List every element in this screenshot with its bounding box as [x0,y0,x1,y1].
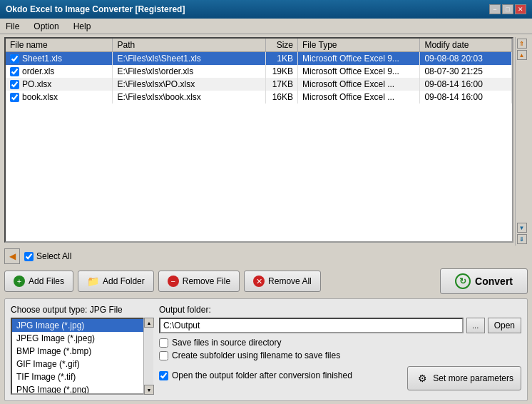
row-checkbox[interactable] [10,54,19,64]
toolbar: + Add Files 📁 Add Folder − Remove File ✕… [4,268,528,294]
col-header-modified: Modify date [420,39,512,52]
modified-cell: 09-08-14 16:00 [420,91,512,103]
filename-cell: book.xlsx [22,92,58,102]
convert-button[interactable]: ↻ Convert [440,268,528,294]
menu-bar: File Option Help [0,19,532,34]
file-table: File name Path Size File Type Modify dat… [6,39,512,103]
filename-cell: Sheet1.xls [22,54,62,64]
scroll-bottom-icon[interactable]: ⇓ [517,234,527,244]
row-checkbox[interactable] [10,67,19,76]
bottom-panel: Choose output type: JPG File JPG Image (… [4,298,528,401]
size-cell: 1KB [265,52,297,66]
col-header-filetype: File Type [298,39,420,52]
size-cell: 17KB [265,78,297,91]
list-scroll-up-icon[interactable]: ▲ [144,318,154,328]
minimize-button[interactable]: − [489,4,501,14]
path-cell: E:\Files\xls\order.xls [113,65,265,78]
path-cell: E:\Files\xls\Sheet1.xls [113,52,265,66]
filetype-cell: Microsoft Office Excel ... [298,78,420,91]
scroll-top-icon[interactable]: ⇑ [517,39,527,49]
scroll-up-icon[interactable]: ▲ [517,50,527,60]
filetype-cell: Microsoft Office Excel 9... [298,52,420,66]
filetype-cell: Microsoft Office Excel 9... [298,65,420,78]
gear-icon: ⚙ [415,371,429,385]
back-arrow-icon[interactable]: ◀ [4,248,20,264]
save-source-checkbox[interactable] [159,338,168,348]
filetype-cell: Microsoft Office Excel ... [298,91,420,103]
table-row[interactable]: book.xlsx E:\Files\xlsx\book.xlsx 16KB M… [6,91,512,103]
title-bar: Okdo Excel to Image Converter [Registere… [0,0,532,19]
folder-icon: 📁 [87,276,99,287]
window-title: Okdo Excel to Image Converter [Registere… [6,4,185,14]
select-all-checkbox[interactable] [24,252,34,261]
scroll-down-icon[interactable]: ▼ [517,223,527,233]
output-type-item[interactable]: JPG Image (*.jpg) [12,319,152,332]
remove-all-button[interactable]: ✕ Remove All [244,271,321,292]
add-folder-button[interactable]: 📁 Add Folder [78,271,154,292]
row-checkbox[interactable] [10,80,19,89]
col-header-size: Size [265,39,297,52]
remove-file-button[interactable]: − Remove File [158,271,240,292]
convert-icon: ↻ [455,273,471,289]
open-after-checkbox[interactable] [159,371,168,380]
menu-help[interactable]: Help [71,21,94,32]
path-cell: E:\Files\xlsx\PO.xlsx [113,78,265,91]
maximize-button[interactable]: □ [502,4,513,14]
create-subfolder-checkbox[interactable] [159,351,168,360]
add-files-button[interactable]: + Add Files [4,271,73,292]
modified-cell: 08-07-30 21:25 [420,65,512,78]
output-type-label: Choose output type: JPG File [11,305,153,315]
filename-cell: order.xls [22,66,54,76]
create-subfolder-label: Create subfolder using filename to save … [172,350,340,360]
output-type-item[interactable]: JPEG Image (*.jpeg) [12,332,152,345]
output-type-item[interactable]: TIF Image (*.tif) [12,370,152,383]
size-cell: 19KB [265,65,297,78]
output-type-item[interactable]: BMP Image (*.bmp) [12,345,152,358]
table-row[interactable]: PO.xlsx E:\Files\xlsx\PO.xlsx 17KB Micro… [6,78,512,91]
output-folder-input[interactable] [159,318,464,333]
browse-button[interactable]: ... [466,318,485,333]
remove-all-icon: ✕ [253,276,265,287]
open-after-label: Open the output folder after conversion … [172,370,352,380]
select-all-label: Select All [36,251,71,261]
col-header-filename: File name [6,39,113,52]
size-cell: 16KB [265,91,297,103]
modified-cell: 09-08-14 16:00 [420,78,512,91]
list-scroll-down-icon[interactable]: ▼ [144,385,154,395]
output-type-list[interactable]: JPG Image (*.jpg)JPEG Image (*.jpeg)BMP … [11,318,153,395]
modified-cell: 09-08-08 20:03 [420,52,512,66]
menu-file[interactable]: File [3,21,22,32]
set-params-button[interactable]: ⚙ Set more parameters [407,366,521,390]
add-files-icon: + [14,276,25,287]
path-cell: E:\Files\xlsx\book.xlsx [113,91,265,103]
output-type-item[interactable]: PNG Image (*.png) [12,383,152,395]
filename-cell: PO.xlsx [22,79,51,89]
save-source-label: Save files in source directory [172,338,281,348]
remove-file-icon: − [168,276,179,287]
close-button[interactable]: ✕ [515,4,526,14]
output-type-item[interactable]: GIF Image (*.gif) [12,358,152,370]
open-folder-button[interactable]: Open [488,318,521,333]
output-folder-label: Output folder: [159,305,521,315]
row-checkbox[interactable] [10,93,19,102]
col-header-path: Path [113,39,265,52]
table-row[interactable]: Sheet1.xls E:\Files\xls\Sheet1.xls 1KB M… [6,52,512,66]
menu-option[interactable]: Option [31,21,61,32]
output-folder-panel: Output folder: ... Open Save files in so… [159,305,521,395]
table-row[interactable]: order.xls E:\Files\xls\order.xls 19KB Mi… [6,65,512,78]
output-type-panel: Choose output type: JPG File JPG Image (… [11,305,153,395]
